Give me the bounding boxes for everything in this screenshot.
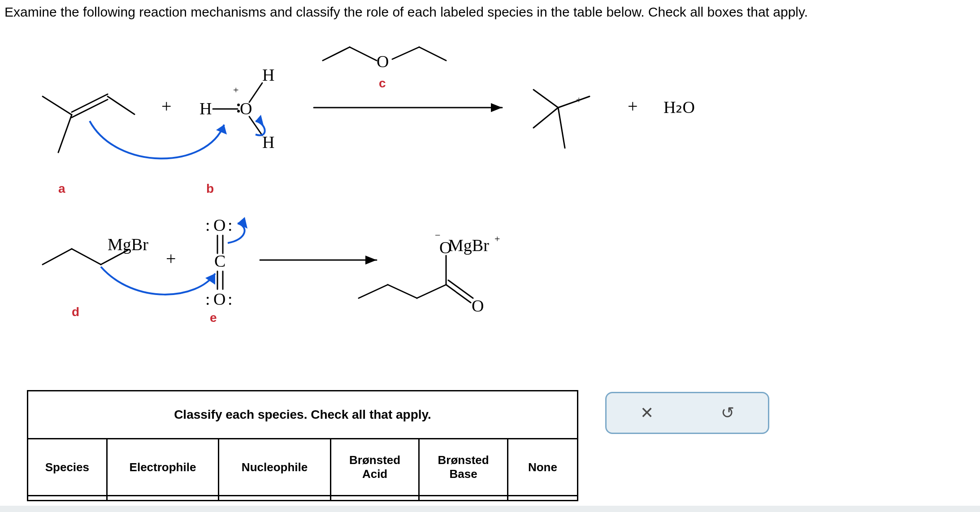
svg-marker-45 [365,256,377,265]
svg-line-1 [72,100,108,117]
svg-line-25 [558,96,590,108]
svg-line-23 [533,90,558,108]
product-carboxylate: O − O MgBr + [359,230,500,315]
svg-line-21 [419,47,446,61]
label-c: c [379,76,386,90]
svg-text::: : [205,216,210,234]
question-text: Examine the following reaction mechanism… [4,4,808,20]
svg-marker-22 [491,103,502,112]
svg-text:O: O [472,296,484,315]
plus-3: + [166,248,176,269]
svg-point-13 [237,110,240,113]
col-species: Species [28,439,107,496]
product-water: H₂O [663,98,695,117]
svg-line-24 [533,108,558,128]
species-c: O [323,47,446,71]
label-e: e [210,311,217,325]
svg-text:H: H [262,133,274,152]
bottom-edge [0,506,980,512]
svg-text:+: + [576,94,581,105]
svg-line-26 [558,108,565,148]
svg-point-12 [237,104,240,106]
svg-text:−: − [435,230,440,241]
col-electrophile: Electrophile [107,439,219,496]
answer-toolbar: ✕ ↺ [605,392,769,434]
reaction-diagram: a + H O H H + b [18,36,915,377]
plus-1: + [161,96,172,116]
col-nucleophile: Nucleophile [219,439,331,496]
product-carbocation: + [533,90,590,148]
svg-line-2 [43,96,72,115]
svg-line-3 [58,115,72,152]
svg-text:O: O [213,290,225,308]
table-caption: Classify each species. Check all that ap… [28,391,578,439]
species-a [43,94,134,152]
svg-text::: : [228,216,233,234]
mechanism-arrow-1 [90,121,224,159]
svg-line-29 [72,249,101,265]
svg-text::: : [228,290,233,308]
close-icon[interactable]: ✕ [640,405,654,421]
species-e: : O : C : O : [205,216,233,308]
svg-text:+: + [233,84,238,95]
label-a: a [58,182,65,195]
classification-table: Classify each species. Check all that ap… [27,390,578,501]
svg-line-4 [108,96,134,114]
svg-text:MgBr: MgBr [108,235,148,254]
svg-text:O: O [240,99,252,118]
svg-marker-15 [216,125,227,135]
svg-line-47 [388,285,417,298]
svg-line-28 [43,249,72,265]
reset-icon[interactable]: ↺ [721,405,734,421]
svg-text:H: H [199,99,212,118]
svg-line-18 [350,47,377,61]
col-none: None [507,439,577,496]
svg-line-17 [323,47,350,61]
svg-text::: : [205,290,210,308]
svg-line-0 [72,94,108,112]
svg-text:H: H [262,65,274,84]
svg-text:O: O [213,216,225,234]
svg-text:+: + [494,233,500,244]
species-b: H O H H + [199,65,274,152]
svg-line-8 [249,83,262,102]
plus-2: + [628,96,638,116]
species-d: MgBr [43,235,148,265]
col-bronsted-base: BrønstedBase [419,439,508,496]
svg-text:MgBr: MgBr [448,236,489,255]
svg-line-20 [392,47,419,59]
mechanism-arrow-3 [101,267,215,295]
col-bronsted-acid: BrønstedAcid [330,439,419,496]
svg-marker-16 [256,115,264,126]
svg-line-46 [359,285,388,298]
label-b: b [206,182,214,195]
svg-line-48 [417,285,446,298]
svg-text:O: O [377,52,389,71]
label-d: d [72,305,79,319]
svg-text:C: C [214,252,225,270]
